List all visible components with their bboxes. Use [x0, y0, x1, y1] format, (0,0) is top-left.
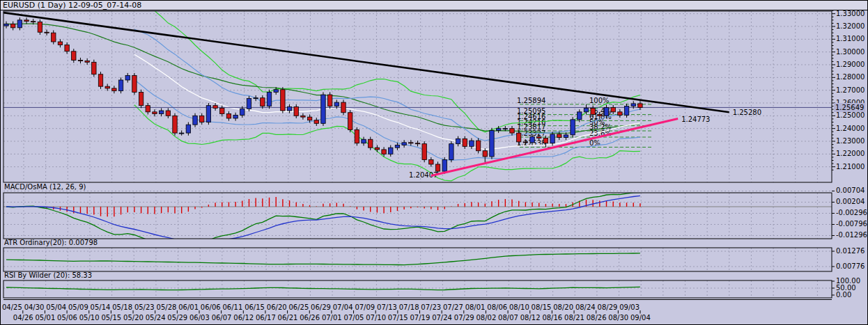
- candle-body: [139, 92, 143, 105]
- candle-body: [341, 102, 346, 113]
- candle-body: [200, 116, 204, 122]
- candle-body: [153, 112, 157, 114]
- candle-body: [415, 143, 419, 144]
- candle-body: [530, 137, 534, 143]
- title-bar: EURUSD (1 Day) 12-09-05_07-14-08: [1, 1, 867, 10]
- candle-body: [105, 86, 109, 88]
- candle-body: [564, 135, 568, 138]
- fib-price-label: 1.25894: [517, 97, 545, 104]
- candle-body: [98, 74, 102, 86]
- candle-body: [389, 148, 393, 154]
- candle-body: [395, 145, 399, 148]
- black-trendline-label: 1.25280: [733, 109, 761, 116]
- candle-body: [348, 113, 352, 130]
- candle-body: [557, 134, 561, 138]
- candle-body: [261, 98, 265, 106]
- candle-body: [321, 95, 325, 123]
- candle-body: [226, 114, 231, 118]
- candle-body: [118, 80, 123, 91]
- candle-body: [179, 133, 183, 134]
- candle-body: [92, 62, 96, 74]
- candle-body: [516, 133, 520, 142]
- candle-body: [449, 144, 454, 160]
- candle-body: [442, 160, 447, 171]
- candle-body: [220, 108, 224, 113]
- candle-body: [490, 130, 494, 157]
- candle-body: [52, 33, 56, 42]
- candle-body: [496, 129, 500, 131]
- candle-body: [294, 106, 298, 116]
- candle-body: [38, 22, 42, 33]
- candle-body: [301, 116, 305, 117]
- candle-body: [550, 134, 555, 143]
- candle-body: [78, 61, 82, 61]
- candle-body: [334, 102, 339, 106]
- candle-body: [193, 116, 197, 125]
- candle-body: [146, 106, 150, 112]
- candle-body: [206, 106, 210, 122]
- candle-body: [314, 120, 318, 124]
- candle-body: [483, 151, 487, 157]
- candle-body: [213, 106, 217, 109]
- candle-body: [618, 112, 622, 116]
- candle-body: [24, 20, 29, 22]
- candle-body: [125, 76, 130, 80]
- candle-body: [571, 120, 575, 135]
- chart-title: EURUSD (1 Day) 12-09-05_07-14-08: [3, 1, 141, 10]
- candle-body: [422, 144, 426, 160]
- bollinger-inner-upper: [134, 29, 640, 141]
- candle-body: [233, 115, 238, 118]
- candle-body: [523, 142, 527, 143]
- atr-line: [6, 253, 640, 265]
- chart-canvas[interactable]: 1.25894100%1.2509576.4%1.2461661.8%1.242…: [1, 1, 868, 325]
- candle-body: [307, 117, 311, 120]
- candle-body: [247, 99, 251, 109]
- candle-body: [281, 90, 285, 111]
- candle-body: [591, 108, 595, 114]
- candle-body: [435, 164, 440, 171]
- candle-body: [65, 45, 69, 51]
- candle-body: [267, 92, 271, 106]
- candle-body: [240, 109, 245, 115]
- candle-body: [327, 95, 332, 106]
- candle-body: [173, 116, 177, 133]
- pink-trendline-label: 1.24773: [681, 116, 710, 123]
- candle-body: [31, 22, 36, 22]
- macd-signal-line: [6, 196, 640, 243]
- candle-body: [382, 150, 386, 154]
- candle-body: [10, 24, 15, 27]
- atr-panel[interactable]: [6, 253, 640, 265]
- candle-body: [604, 107, 608, 116]
- candle-body: [631, 104, 635, 106]
- candle-body: [409, 143, 413, 143]
- candle-body: [584, 108, 588, 111]
- candle-body: [402, 143, 406, 145]
- candle-body: [17, 20, 22, 28]
- candle-body: [470, 141, 474, 146]
- candle-body: [510, 129, 514, 133]
- candle-body: [375, 148, 379, 150]
- candle-body: [166, 111, 170, 116]
- candle-body: [186, 125, 190, 133]
- candle-body: [254, 98, 258, 99]
- candle-body: [362, 139, 366, 143]
- candle-body: [476, 141, 480, 151]
- axis-ticks[interactable]: [832, 10, 835, 295]
- candle-body: [132, 76, 137, 93]
- candle-body: [543, 138, 548, 143]
- candle-body: [4, 24, 8, 26]
- candle-body: [58, 42, 62, 45]
- candle-body: [45, 32, 49, 33]
- candle-body: [503, 129, 507, 129]
- candle-body: [429, 160, 433, 164]
- candle-body: [72, 51, 76, 61]
- candle-body: [537, 137, 541, 138]
- candle-body: [85, 61, 89, 62]
- candle-body: [624, 106, 628, 116]
- chart-window: 1.25894100%1.2509576.4%1.2461661.8%1.242…: [0, 0, 868, 325]
- candle-body: [463, 138, 467, 146]
- candle-body: [274, 90, 278, 93]
- candle-body: [598, 114, 602, 116]
- grid: [3, 11, 832, 298]
- candle-body: [578, 112, 582, 120]
